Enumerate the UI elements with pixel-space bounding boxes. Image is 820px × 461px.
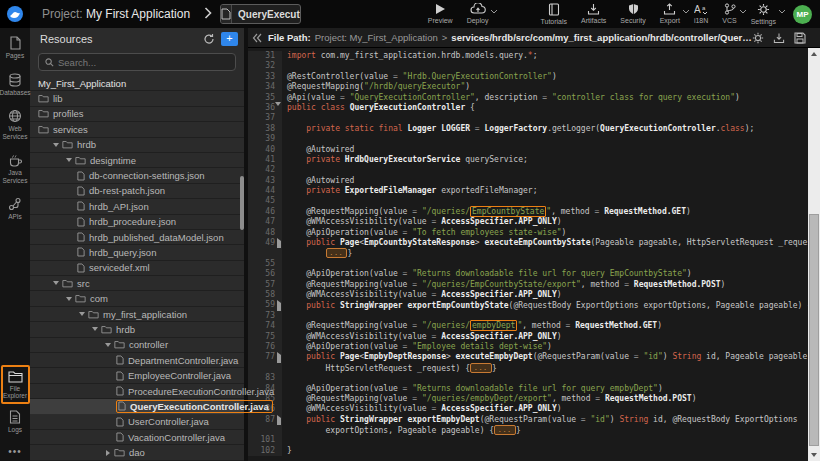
- tree-scrollbar[interactable]: [240, 176, 244, 230]
- user-avatar[interactable]: MP: [793, 5, 812, 24]
- chevron-down-icon[interactable]: [64, 158, 73, 162]
- tree-item[interactable]: EmployeeController.java: [30, 368, 244, 383]
- settings-button[interactable]: Settings: [744, 3, 783, 26]
- chevron-down-icon[interactable]: [77, 312, 86, 316]
- sidebar-item-web-services[interactable]: Web Services: [0, 109, 30, 140]
- code-line: 75 @WMAccessVisibility(value = AccessSpe…: [248, 332, 820, 342]
- tree-item-label: EmployeeController.java: [128, 370, 231, 381]
- tree-item[interactable]: services: [30, 122, 244, 137]
- chevron-down-icon[interactable]: [103, 343, 112, 347]
- tree-item-label: hrdb_procedure.json: [89, 216, 176, 227]
- export-upload-icon: [663, 3, 676, 15]
- preview-button[interactable]: Preview: [421, 3, 460, 26]
- tutorials-button[interactable]: Tutorials: [533, 3, 574, 26]
- chevron-right-icon[interactable]: [103, 450, 112, 456]
- export-button[interactable]: Export: [653, 3, 687, 25]
- refresh-icon[interactable]: [203, 33, 215, 45]
- scroll-down-icon[interactable]: [808, 449, 820, 461]
- book-icon: [548, 3, 560, 16]
- code-line: 76 @ApiOperation(value = "Employee detai…: [248, 342, 820, 352]
- chevron-down-icon[interactable]: [90, 327, 99, 331]
- svg-text:a: a: [702, 5, 706, 11]
- fold-ellipsis-pill[interactable]: ...: [326, 248, 348, 258]
- tree-item[interactable]: designtime: [30, 153, 244, 168]
- sidebar-item-java-services[interactable]: Java Services: [0, 153, 30, 184]
- sidebar-item-file-explorer[interactable]: File Explorer: [1, 365, 30, 404]
- gear-icon[interactable]: [752, 32, 764, 44]
- folder-icon: [62, 140, 73, 149]
- tree-item[interactable]: profiles: [30, 107, 244, 122]
- tree-item[interactable]: dao: [30, 445, 244, 460]
- tree-item[interactable]: db-rest-patch.json: [30, 184, 244, 199]
- tree-item[interactable]: src: [30, 276, 244, 291]
- vcs-button[interactable]: VCS: [715, 3, 743, 25]
- tree-item[interactable]: servicedef.xml: [30, 261, 244, 276]
- chevron-down-icon[interactable]: [779, 10, 785, 16]
- code-editor[interactable]: 31import com.my_first_application.hrdb.m…: [248, 48, 820, 461]
- tree-item-label: src: [77, 278, 90, 289]
- fold-ellipsis-pill[interactable]: ...: [494, 425, 516, 435]
- file-path-value: services/hrdb/src/com/my_first_applicati…: [451, 32, 752, 43]
- tree-item[interactable]: com: [30, 291, 244, 306]
- tree-item-label: db-rest-patch.json: [89, 185, 165, 196]
- editor-scrollbar[interactable]: [808, 48, 820, 461]
- save-icon[interactable]: [794, 32, 806, 44]
- chevron-down-icon[interactable]: [51, 143, 60, 147]
- app-logo[interactable]: [0, 0, 30, 28]
- tree-item[interactable]: QueryExecutionController.java: [30, 399, 244, 414]
- artifacts-download-icon: [587, 3, 600, 15]
- fold-ellipsis-pill[interactable]: ...: [470, 363, 492, 373]
- code-line: 87 public StringWrapper exportEmpbyDept(…: [248, 415, 820, 425]
- code-line: 35@Api(value = "QueryExecutionController…: [248, 93, 820, 103]
- scroll-up-icon[interactable]: [808, 48, 820, 60]
- tree-item[interactable]: ProcedureExecutionController.java: [30, 384, 244, 399]
- search-input[interactable]: Search...: [38, 53, 236, 71]
- tree-item[interactable]: hrdb_procedure.json: [30, 215, 244, 230]
- tree-item[interactable]: UserController.java: [30, 415, 244, 430]
- globe-icon: [8, 109, 22, 123]
- deploy-button[interactable]: Deploy: [460, 3, 496, 26]
- tree-item[interactable]: hrdb_API.json: [30, 199, 244, 214]
- tree-item[interactable]: VacationController.java: [30, 430, 244, 445]
- sidebar-item-apis[interactable]: APIs: [0, 197, 30, 221]
- file-path-bar: File Path: Project: My_First_Application…: [248, 28, 820, 48]
- tree-item[interactable]: My_First_Application: [30, 76, 244, 91]
- code-line: 86 @WMAccessVisibility(value = AccessSpe…: [248, 404, 820, 414]
- scrollbar-thumb[interactable]: [809, 214, 819, 446]
- editor-area: File Path: Project: My_First_Application…: [248, 28, 820, 461]
- tree-item[interactable]: hrdb: [30, 322, 244, 337]
- add-resource-button[interactable]: +: [221, 32, 238, 46]
- chevron-down-icon[interactable]: [64, 297, 73, 301]
- chevron-down-icon[interactable]: [51, 281, 60, 285]
- security-button[interactable]: Security: [613, 3, 652, 25]
- open-file-tab[interactable]: QueryExecutionCon...: [220, 4, 301, 24]
- file-icon: [77, 217, 85, 227]
- tree-item[interactable]: DepartmentController.java: [30, 353, 244, 368]
- tree-item[interactable]: my_first_application: [30, 307, 244, 322]
- code-line: 42: [248, 165, 820, 175]
- tree-item[interactable]: db-connection-settings.json: [30, 168, 244, 183]
- tree-item[interactable]: hrdb: [30, 138, 244, 153]
- i18n-button[interactable]: A a i18N: [687, 3, 715, 25]
- more-menu-button[interactable]: •••: [8, 446, 22, 457]
- tree-item[interactable]: hrdb_query.json: [30, 245, 244, 260]
- tree-item-label: hrdb_published_dataModel.json: [89, 232, 224, 243]
- folder-icon: [8, 370, 23, 383]
- folder-icon: [38, 125, 49, 134]
- sidebar-item-pages[interactable]: Pages: [0, 36, 30, 60]
- tree-item[interactable]: hrdb_published_dataModel.json: [30, 230, 244, 245]
- code-line: 38 private static final Logger LOGGER = …: [248, 124, 820, 134]
- code-line: 57 @RequestMapping(value = "/queries/Emp…: [248, 280, 820, 290]
- sidebar-item-databases[interactable]: Databases: [0, 73, 30, 97]
- tree-item[interactable]: lib: [30, 91, 244, 106]
- code-line: exportOptions, Pageable pageable) {...}: [248, 425, 820, 435]
- code-line: 34@RequestMapping("/hrdb/queryExecutor"): [248, 82, 820, 92]
- artifacts-button[interactable]: Artifacts: [574, 3, 613, 25]
- activity-bar: Pages Databases Web Services Java Servic…: [0, 28, 30, 461]
- download-file-icon[interactable]: [773, 32, 785, 44]
- chevron-down-icon[interactable]: [491, 10, 497, 16]
- file-icon: [116, 432, 124, 442]
- collapse-panel-icon[interactable]: [252, 33, 262, 43]
- sidebar-item-logs[interactable]: Logs: [0, 410, 30, 434]
- tree-item[interactable]: controller: [30, 338, 244, 353]
